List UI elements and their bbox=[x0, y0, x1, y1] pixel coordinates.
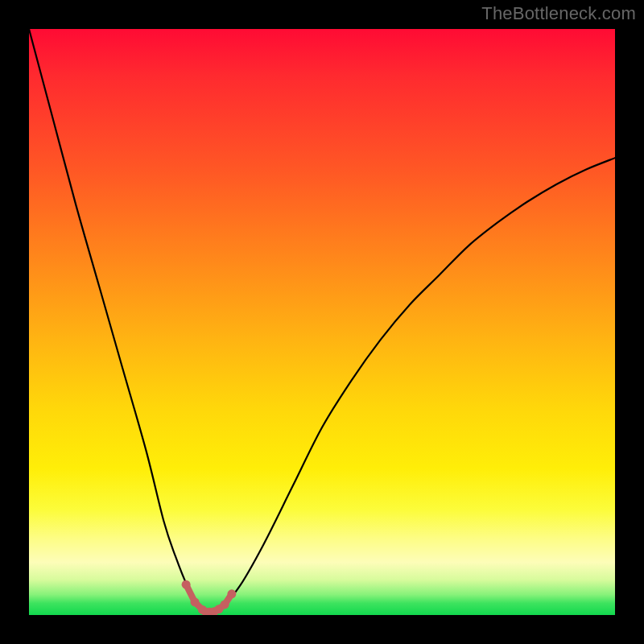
marker-dot bbox=[227, 589, 236, 598]
plot-area bbox=[29, 29, 615, 615]
marker-dot bbox=[221, 600, 229, 609]
bottleneck-curve bbox=[29, 29, 615, 613]
watermark-text: TheBottleneck.com bbox=[481, 3, 636, 24]
marker-dot bbox=[182, 580, 191, 589]
marker-dot bbox=[191, 597, 200, 606]
chart-container: TheBottleneck.com bbox=[0, 0, 644, 644]
curve-svg bbox=[29, 29, 615, 615]
